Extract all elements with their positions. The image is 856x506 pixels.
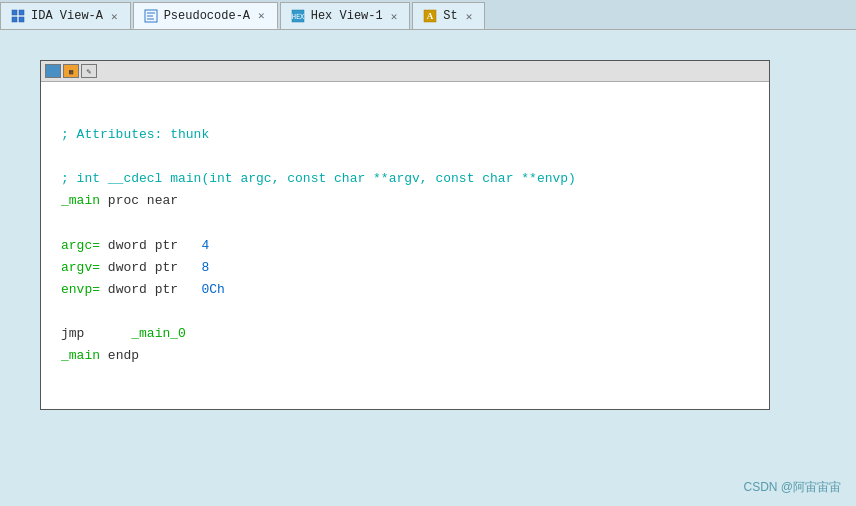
code-line-5	[61, 212, 749, 234]
code-line-1: ; Attributes: thunk	[61, 124, 749, 146]
tab-pseudocode[interactable]: Pseudocode-A ✕	[133, 2, 278, 29]
code-line-8: envp= dword ptr 0Ch	[61, 279, 749, 301]
code-keyword-proc: proc	[108, 193, 147, 208]
hex-view-tab-icon: HEX	[291, 9, 305, 23]
code-line-7: argv= dword ptr 8	[61, 257, 749, 279]
code-line-4: _main proc near	[61, 190, 749, 212]
main-area: ▦ ✎ ; Attributes: thunk ; int __cdecl ma…	[0, 30, 856, 506]
code-line-3: ; int __cdecl main(int argc, const char …	[61, 168, 749, 190]
code-keyword-endp: endp	[108, 348, 139, 363]
watermark-text: CSDN @阿宙宙宙	[743, 480, 841, 494]
code-var-argv: argv=	[61, 260, 100, 275]
code-operand-main0: _main_0	[131, 326, 186, 341]
code-line-0	[61, 102, 749, 124]
tab-hex-view[interactable]: HEX Hex View-1 ✕	[280, 2, 411, 29]
code-var-envp: envp=	[61, 282, 100, 297]
code-label-main-proc: _main	[61, 193, 100, 208]
code-line-11: _main endp	[61, 345, 749, 367]
svg-rect-3	[19, 17, 24, 22]
code-var-argv-val: 8	[201, 260, 209, 275]
tab-strings-label: St	[443, 9, 457, 23]
tab-hex-view-close[interactable]: ✕	[389, 9, 400, 24]
toolbar-icon-3[interactable]: ✎	[81, 64, 97, 78]
tab-ida-view[interactable]: IDA View-A ✕	[0, 2, 131, 29]
code-var-envp-val: 0Ch	[201, 282, 224, 297]
tab-ida-view-close[interactable]: ✕	[109, 9, 120, 24]
code-keyword-near: near	[147, 193, 178, 208]
tab-strings[interactable]: A St ✕	[412, 2, 485, 29]
watermark: CSDN @阿宙宙宙	[743, 479, 841, 496]
code-line-12	[61, 367, 749, 389]
tab-hex-view-label: Hex View-1	[311, 9, 383, 23]
tab-pseudocode-label: Pseudocode-A	[164, 9, 250, 23]
code-toolbar: ▦ ✎	[41, 61, 769, 82]
tab-pseudocode-close[interactable]: ✕	[256, 8, 267, 23]
toolbar-icon-2[interactable]: ▦	[63, 64, 79, 78]
tab-bar: IDA View-A ✕ Pseudocode-A ✕ HEX Hex View…	[0, 0, 856, 30]
code-label-main-endp: _main	[61, 348, 100, 363]
code-line-9	[61, 301, 749, 323]
svg-rect-2	[12, 17, 17, 22]
code-var-argc-type: dword ptr	[108, 238, 194, 253]
svg-rect-1	[19, 10, 24, 15]
code-var-argc-val: 4	[201, 238, 209, 253]
code-line-6: argc= dword ptr 4	[61, 235, 749, 257]
code-content: ; Attributes: thunk ; int __cdecl main(i…	[41, 82, 769, 409]
code-var-envp-type: dword ptr	[108, 282, 194, 297]
toolbar-icon-1[interactable]	[45, 64, 61, 78]
code-instr-jmp: jmp	[61, 326, 123, 341]
svg-text:A: A	[427, 11, 434, 21]
code-line-2	[61, 146, 749, 168]
svg-text:HEX: HEX	[291, 13, 304, 21]
ida-view-tab-icon	[11, 9, 25, 23]
tab-ida-view-label: IDA View-A	[31, 9, 103, 23]
strings-tab-icon: A	[423, 9, 437, 23]
code-line-10: jmp _main_0	[61, 323, 749, 345]
code-window: ▦ ✎ ; Attributes: thunk ; int __cdecl ma…	[40, 60, 770, 410]
code-var-argv-type: dword ptr	[108, 260, 194, 275]
tab-strings-close[interactable]: ✕	[464, 9, 475, 24]
code-var-argc: argc=	[61, 238, 100, 253]
pseudocode-tab-icon	[144, 9, 158, 23]
svg-rect-0	[12, 10, 17, 15]
